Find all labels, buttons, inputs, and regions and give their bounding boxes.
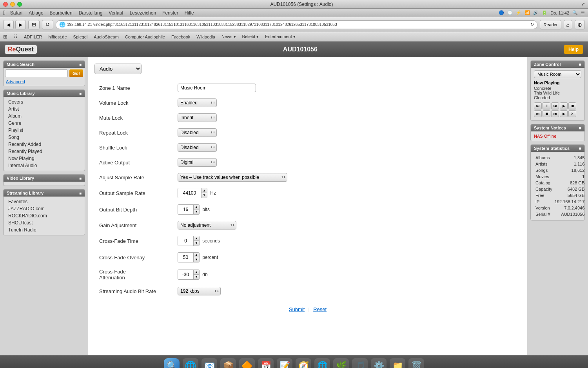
dock-safari[interactable]: 🌐 [183,358,198,368]
bookmark-news[interactable]: News [221,34,236,39]
menu-ablage[interactable]: Ablage [29,10,43,16]
menu-fenster[interactable]: Fenster [162,10,178,16]
stepper-up-outputsamplerate[interactable]: ▲ [201,188,207,193]
stepper-up-outputbitdepth[interactable]: ▲ [194,205,199,210]
dock-network[interactable]: 🌐 [314,358,330,368]
apple-menu[interactable]:  [3,9,5,16]
dock-finder[interactable]: 🔍 [164,358,180,368]
section-select[interactable]: Audio Video Network System [94,64,142,74]
zone-select[interactable]: Music Room [534,70,581,78]
menu-verlauf[interactable]: Verlauf [109,10,123,16]
sidebar-item-jazzradio[interactable]: JAZZRADIO.com [5,205,83,212]
bookmarks-dots-icon[interactable]: ⠿ [14,34,18,40]
add-bookmark-button[interactable]: ⊕ [575,20,585,29]
stepper-input-crossfadeatten[interactable] [178,270,194,279]
music-search-close-icon[interactable]: ■ [79,62,82,67]
ctrl-prev[interactable]: ⏮ [534,102,542,109]
sidebar-item-album[interactable]: Album [5,113,83,120]
ctrl-play[interactable]: ▶ [560,102,568,109]
bookmark-audiostream[interactable]: AudioStream [94,35,119,39]
list-icon[interactable]: ☰ [581,10,585,15]
menu-darstellung[interactable]: Darstellung [79,10,103,16]
dock-dropbox[interactable]: 📦 [220,358,236,368]
go-button[interactable]: Go! [69,69,83,77]
stepper-input-crossfadeoverlay[interactable] [178,253,194,262]
select-volumelock[interactable]: Enabled Disabled Inherit [178,98,217,107]
stepper-input-crossfadetime[interactable] [178,236,194,246]
sidebar-item-recently-played[interactable]: Recently Played [5,148,83,155]
select-shufflelock[interactable]: Disabled Enabled Inherit [178,143,217,152]
sidebar-item-internal-audio[interactable]: Internal Audio [5,162,83,169]
ctrl-next[interactable]: ⏭ [551,102,559,109]
input-zone1name[interactable] [178,84,256,92]
stepper-down-crossfadetime[interactable]: ▼ [194,241,199,246]
ctrl-stop2[interactable]: ⏹ [543,110,550,117]
url-bar[interactable]: 🌐 192.168.14.217/index.php#3116312131123… [56,20,537,29]
dock-finder2[interactable]: 📁 [390,358,405,368]
help-button[interactable]: Help [564,45,583,54]
sidebar-item-genre[interactable]: Genre [5,120,83,127]
sidebar-item-artist[interactable]: Artist [5,106,83,113]
home-button[interactable]: ⌂ [564,20,572,29]
bookmark-computer-audiophile[interactable]: Computer Audiophile [125,35,165,39]
sidebar-item-song[interactable]: Song [5,134,83,141]
select-adjustsamplerate[interactable]: Yes – Use track values when possible No … [178,173,287,182]
stepper-up-crossfadetime[interactable]: ▲ [194,236,199,241]
search-input[interactable] [5,69,68,77]
stepper-input-outputsamplerate[interactable] [178,188,201,198]
search-icon[interactable]: 🔍 [572,10,578,15]
sidebar-item-covers[interactable]: Covers [5,98,83,106]
zone-control-close-icon[interactable]: ■ [579,62,581,67]
bookmark-entertainment[interactable]: Entertainment [265,34,296,39]
reader-view-button[interactable]: ⊞ [28,20,40,29]
ctrl-close[interactable]: ✕ [568,110,576,117]
menu-safari[interactable]: Safari [10,10,22,16]
select-mutelock[interactable]: Inherit Enabled Disabled [178,113,217,122]
bookmark-spiegel[interactable]: Spiegel [73,35,88,39]
sidebar-item-recently-added[interactable]: Recently Added [5,141,83,148]
bookmark-wikipedia[interactable]: Wikipedia [196,35,215,39]
streaming-library-close-icon[interactable]: ■ [79,191,82,195]
stepper-down-crossfadeatten[interactable]: ▼ [194,275,199,279]
ctrl-play2[interactable]: ▶ [560,110,568,117]
ctrl-stop[interactable]: ⏹ [568,102,576,109]
reload-button[interactable]: ↺ [42,20,53,29]
sidebar-item-playlist[interactable]: Playlist [5,127,83,134]
dock-stickies[interactable]: 📝 [277,358,292,368]
bookmarks-grid-icon[interactable]: ⊞ [3,34,7,40]
minimize-button[interactable] [10,2,15,7]
ctrl-fwd[interactable]: ⏭ [551,110,559,117]
dock-trash[interactable]: 🗑️ [408,358,424,368]
advanced-link[interactable]: Advanced [5,79,25,84]
system-statistics-close-icon[interactable]: ■ [579,146,581,151]
sidebar-item-tunein[interactable]: TuneIn Radio [5,226,83,233]
resize-icon[interactable]: ⤢ [581,2,585,7]
forward-button[interactable]: ▶ [15,20,26,29]
bookmark-adfiler[interactable]: ADFILER [24,35,42,39]
select-repeatlock[interactable]: Disabled Enabled Inherit [178,128,217,137]
stepper-input-outputbitdepth[interactable] [178,205,194,214]
submit-link[interactable]: Submit [289,306,305,312]
bookmark-hifitest[interactable]: hifitest.de [48,35,67,39]
sidebar-item-now-playing[interactable]: Now Playing [5,155,83,162]
ctrl-pause[interactable]: ⏸ [543,102,550,109]
menu-bearbeiten[interactable]: Bearbeiten [50,10,73,16]
close-button[interactable] [3,2,8,7]
dock-vlc[interactable]: 🔶 [239,358,255,368]
sidebar-item-rockradio[interactable]: ROCKRADIO.com [5,212,83,219]
select-activeoutput[interactable]: Digital Analog Both [178,158,217,167]
reader-button[interactable]: Reader [540,20,561,29]
stepper-down-outputsamplerate[interactable]: ▼ [201,193,207,198]
sidebar-item-shoutcast[interactable]: SHOUTcast [5,219,83,226]
system-notices-close-icon[interactable]: ■ [579,126,581,130]
sidebar-item-favorites[interactable]: Favorites [5,198,83,205]
stepper-up-crossfadeatten[interactable]: ▲ [194,270,199,275]
bookmark-beliebt[interactable]: Beliebt [242,34,259,39]
stepper-up-crossfadeoverlay[interactable]: ▲ [194,253,199,257]
bookmark-facebook[interactable]: Facebook [171,35,190,39]
refresh-icon[interactable]: ↻ [530,22,534,27]
dock-itunes[interactable]: 🎵 [352,358,368,368]
stepper-down-crossfadeoverlay[interactable]: ▼ [194,257,199,262]
dock-migrate[interactable]: 🧭 [296,358,311,368]
traffic-lights[interactable] [3,2,22,7]
